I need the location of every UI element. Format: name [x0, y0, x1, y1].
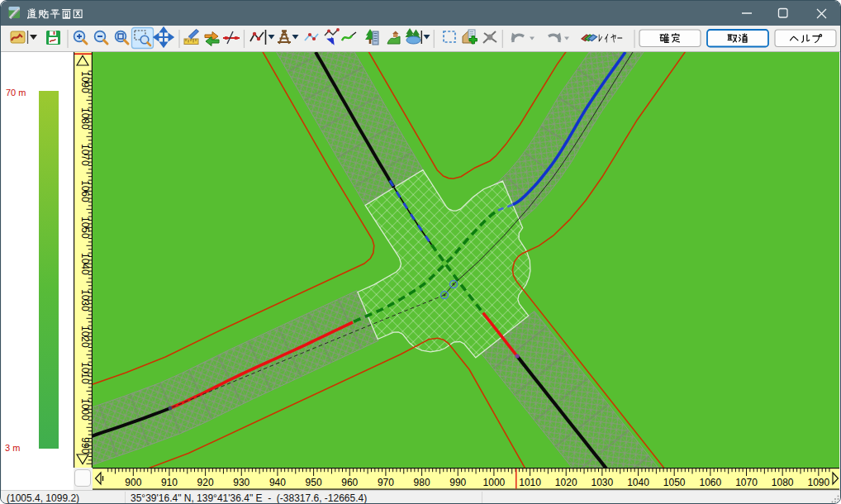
svg-text:960: 960 [341, 477, 358, 488]
svg-text:1010: 1010 [79, 362, 91, 384]
svg-text:1010: 1010 [519, 477, 541, 488]
svg-text:1090: 1090 [807, 477, 829, 488]
svg-text:900: 900 [125, 477, 141, 488]
svg-text:1080: 1080 [79, 107, 91, 130]
svg-text:1070: 1070 [735, 477, 758, 488]
svg-text:1050: 1050 [79, 216, 91, 239]
svg-text:990: 990 [79, 437, 91, 454]
svg-text:1040: 1040 [79, 253, 91, 275]
svg-text:1020: 1020 [79, 326, 91, 348]
svg-text:1050: 1050 [663, 477, 686, 488]
svg-text:1040: 1040 [627, 477, 649, 488]
svg-text:920: 920 [197, 477, 214, 488]
svg-text:1070: 1070 [79, 144, 91, 166]
svg-text:1090: 1090 [79, 71, 91, 93]
svg-text:1080: 1080 [772, 477, 794, 488]
svg-text:1030: 1030 [592, 477, 614, 488]
svg-text:930: 930 [233, 477, 249, 488]
svg-text:1060: 1060 [700, 477, 722, 488]
svg-text:940: 940 [269, 477, 286, 488]
svg-text:990: 990 [449, 477, 466, 488]
svg-text:950: 950 [306, 477, 322, 488]
svg-text:1000: 1000 [79, 398, 91, 421]
svg-text:970: 970 [378, 477, 394, 488]
svg-text:1060: 1060 [79, 180, 91, 202]
svg-text:980: 980 [414, 477, 430, 488]
svg-text:910: 910 [161, 477, 178, 488]
svg-text:1030: 1030 [79, 289, 91, 311]
svg-text:1020: 1020 [555, 477, 577, 488]
svg-text:1000: 1000 [483, 477, 506, 488]
